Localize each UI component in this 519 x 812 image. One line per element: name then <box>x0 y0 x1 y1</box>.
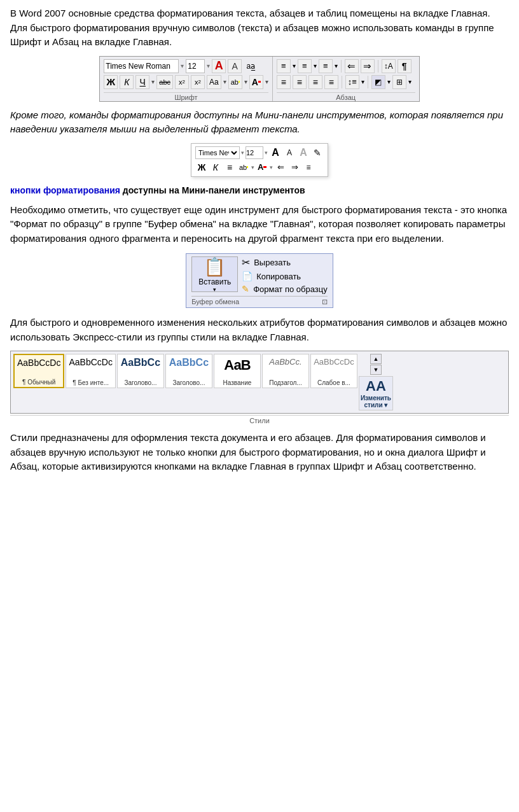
strikethrough-btn[interactable]: abc <box>156 75 173 89</box>
format-painter-btn[interactable]: ✎ Формат по образцу <box>242 284 328 294</box>
paste-btn[interactable]: 📋 Вставить ▾ <box>191 256 238 292</box>
shrink-font-btn[interactable]: A <box>228 59 242 73</box>
mini-row2: Ж К ≡ ab ▾ A ▾ ⇐ ⇒ ≡ <box>195 161 324 174</box>
subscript-btn[interactable]: x2 <box>175 75 189 89</box>
mini-grow-btn[interactable]: A <box>269 146 282 159</box>
paste-arrow[interactable]: ▾ <box>213 286 216 293</box>
change-case-btn[interactable]: Aa <box>207 75 221 89</box>
change-styles-btn[interactable]: AA Изменить стили ▾ <box>359 376 393 410</box>
borders-btn[interactable]: ⊞ <box>392 75 406 89</box>
style-subtle-label: Слабое в... <box>317 379 350 386</box>
shading-btn[interactable]: ◩ <box>371 75 385 89</box>
style-normal-preview: AaBbCcDc <box>17 356 60 368</box>
font-name-input[interactable]: Times New Roman <box>104 59 179 73</box>
mini-color-arrow[interactable]: ▾ <box>270 164 273 171</box>
font-row1: Times New Roman ▾ 12 ▾ A A аа̲ <box>104 59 268 73</box>
highlight-arrow[interactable]: ▾ <box>244 78 247 85</box>
decrease-indent-btn[interactable]: ⇐ <box>345 59 359 73</box>
mini-format-painter-btn[interactable]: ✎ <box>311 146 324 159</box>
mini-size-input[interactable] <box>246 146 263 159</box>
copy-icon: 📄 <box>242 271 253 281</box>
scroll-down-btn[interactable]: ▼ <box>370 365 382 375</box>
align-right-btn[interactable]: ≡ <box>308 75 322 89</box>
style-subtitle[interactable]: AaBbCc. Подзагол... <box>262 354 309 388</box>
align-left-btn[interactable]: ≡ <box>277 75 291 89</box>
font-group-label: Шрифт <box>104 92 268 101</box>
case-arrow[interactable]: ▾ <box>223 78 226 85</box>
style-normal-label: ¶ Обычный <box>22 379 55 386</box>
styles-nav: ▲ ▼ AA Изменить стили ▾ <box>359 354 393 410</box>
italic-paragraph: Кроме того, команды форматирования досту… <box>10 108 509 137</box>
mini-italic-btn[interactable]: К <box>209 161 222 174</box>
styles-scroll-btns: ▲ ▼ <box>370 354 382 375</box>
clear-format-btn[interactable]: аа̲ <box>244 59 258 73</box>
format-painter-icon: ✎ <box>242 284 249 294</box>
style-subtle[interactable]: AaBbCcDc Слабое в... <box>310 354 357 388</box>
copy-btn[interactable]: 📄 Копировать <box>242 271 328 281</box>
format-painter-label: Формат по образцу <box>253 284 328 294</box>
justify-btn[interactable]: ≡ <box>324 75 338 89</box>
font-color-btn[interactable]: A <box>249 75 263 89</box>
ribbon-wrapper: Times New Roman ▾ 12 ▾ A A аа̲ Ж К Ч ▾ a… <box>10 56 509 102</box>
style-heading2-label: Заголово... <box>172 379 205 386</box>
increase-indent-btn[interactable]: ⇒ <box>361 59 375 73</box>
mini-font-select[interactable]: Times New <box>195 146 240 159</box>
mini-font-arrow[interactable]: ▾ <box>241 150 244 156</box>
mini-highlight-btn[interactable]: ab <box>237 161 250 174</box>
highlight-btn[interactable]: ab <box>228 75 242 89</box>
bullet-list-btn[interactable]: ≡ <box>277 59 291 73</box>
num-list-btn[interactable]: ≡ <box>298 59 312 73</box>
multi-arrow[interactable]: ▾ <box>335 62 338 69</box>
italic-btn[interactable]: К <box>120 75 134 89</box>
style-heading1[interactable]: AaBbCc Заголово... <box>117 354 164 388</box>
font-row2: Ж К Ч ▾ abc x2 x2 Aa ▾ ab ▾ A ▾ <box>104 75 268 89</box>
mini-size-arrow[interactable]: ▾ <box>265 150 268 156</box>
mini-shrink-btn[interactable]: A <box>283 146 296 159</box>
mini-toolbar: Times New ▾ ▾ A A A ✎ Ж К ≡ ab ▾ A ▾ ⇐ ⇒… <box>191 143 328 177</box>
style-normal[interactable]: AaBbCcDc ¶ Обычный <box>13 354 64 388</box>
grow-font-btn[interactable]: A <box>212 59 226 73</box>
font-size-input[interactable]: 12 <box>186 59 205 73</box>
style-title-label: Название <box>223 379 252 386</box>
mini-increase-indent-btn[interactable]: ⇒ <box>288 161 301 174</box>
underline-btn[interactable]: Ч <box>135 75 149 89</box>
bold-btn[interactable]: Ж <box>104 75 118 89</box>
multilevel-list-btn[interactable]: ≡ <box>319 59 333 73</box>
style-heading2[interactable]: AaBbCc Заголово... <box>165 354 212 388</box>
show-para-btn[interactable]: ¶ <box>398 59 412 73</box>
style-title[interactable]: АаВ Название <box>214 354 261 388</box>
bullet-arrow[interactable]: ▾ <box>293 62 296 69</box>
scroll-up-btn[interactable]: ▲ <box>370 354 382 364</box>
mini-decrease-indent-btn[interactable]: ⇐ <box>274 161 287 174</box>
font-size-arrow[interactable]: ▾ <box>207 62 210 69</box>
cut-btn[interactable]: ✂ Вырезать <box>242 256 328 269</box>
change-styles-label: Изменить стили ▾ <box>361 395 391 409</box>
font-name-arrow[interactable]: ▾ <box>181 62 184 69</box>
styles-group-label: Стили <box>10 415 509 424</box>
font-group: Times New Roman ▾ 12 ▾ A A аа̲ Ж К Ч ▾ a… <box>100 57 272 101</box>
cut-icon: ✂ <box>242 256 250 269</box>
underline-arrow[interactable]: ▾ <box>151 78 155 85</box>
buffer-inner: 📋 Вставить ▾ ✂ Вырезать 📄 Копировать ✎ Ф… <box>191 256 327 294</box>
superscript-btn[interactable]: x2 <box>191 75 205 89</box>
mini-font-color-btn[interactable]: A <box>256 161 268 174</box>
italic-text: Кроме того, команды форматирования досту… <box>10 109 503 135</box>
borders-arrow[interactable]: ▾ <box>408 78 412 85</box>
ribbon-toolbar: Times New Roman ▾ 12 ▾ A A аа̲ Ж К Ч ▾ a… <box>99 56 419 102</box>
sort-btn[interactable]: ↕A <box>382 59 396 73</box>
align-center-btn[interactable]: ≡ <box>293 75 307 89</box>
buffer-expand-btn[interactable]: ⊡ <box>322 298 328 306</box>
font-color-arrow[interactable]: ▾ <box>265 78 268 85</box>
buffer-group-footer: Буфер обмена ⊡ <box>191 296 327 306</box>
styles-toolbar: AaBbCcDc ¶ Обычный AaBbCcDc ¶ Без инте..… <box>10 351 509 414</box>
mini-center-btn[interactable]: ≡ <box>223 161 236 174</box>
mini-bold-btn[interactable]: Ж <box>195 161 208 174</box>
style-no-interval[interactable]: AaBbCcDc ¶ Без инте... <box>66 354 115 388</box>
mini-highlight-arrow[interactable]: ▾ <box>251 164 254 171</box>
line-spacing-btn[interactable]: ↕≡ <box>345 75 359 89</box>
num-arrow[interactable]: ▾ <box>314 62 317 69</box>
mini-num-list-btn[interactable]: ≡ <box>302 161 315 174</box>
mini-grow2-btn[interactable]: A <box>297 146 310 159</box>
spacing-arrow[interactable]: ▾ <box>361 78 364 85</box>
shading-arrow[interactable]: ▾ <box>387 78 391 85</box>
